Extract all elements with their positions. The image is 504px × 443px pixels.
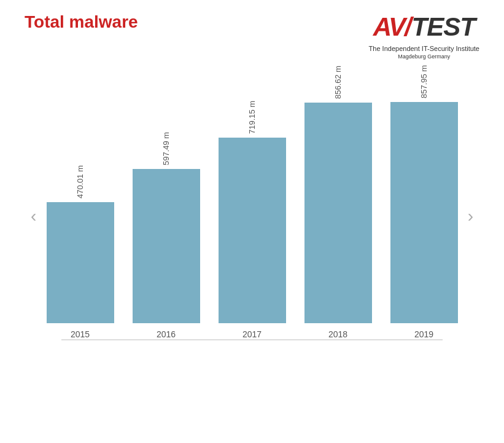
bar-group: 719.15 m2017 [219,91,286,339]
bar-year-label: 2016 [157,329,176,339]
av-text: AV [373,12,405,42]
bar-group: 856.62 m2018 [304,56,372,339]
nav-arrow-right[interactable]: › [468,206,473,226]
avtest-logo: AV / TEST [369,12,479,42]
x-axis [61,339,443,340]
bar-year-label: 2019 [414,329,433,339]
bar-year-label: 2018 [328,329,347,339]
bar [47,202,114,323]
bar-value-label: 856.62 m [333,56,343,99]
bar-value-label: 470.01 m [76,155,85,198]
bar-group: 470.01 m2015 [47,155,114,339]
bars-container: 470.01 m2015597.49 m2016719.15 m2017856.… [25,44,479,339]
bar-year-label: 2015 [71,329,90,339]
bar-group: 597.49 m2016 [133,122,200,339]
bar [390,102,458,323]
bar [133,169,200,323]
chart-area: 470.01 m2015597.49 m2016719.15 m2017856.… [25,44,479,388]
bar-value-label: 597.49 m [161,122,171,165]
bar [219,138,286,323]
bar-group: 857.95 m2019 [390,55,458,339]
test-text: TEST [412,12,475,42]
bar-value-label: 719.15 m [247,91,257,134]
nav-arrow-left[interactable]: ‹ [31,206,36,226]
bar-year-label: 2017 [242,329,262,339]
bar-value-label: 857.95 m [419,55,428,98]
bar [304,103,372,323]
main-container: Total malware AV / TEST The Independent … [0,0,504,443]
logo-slash: / [405,12,412,42]
